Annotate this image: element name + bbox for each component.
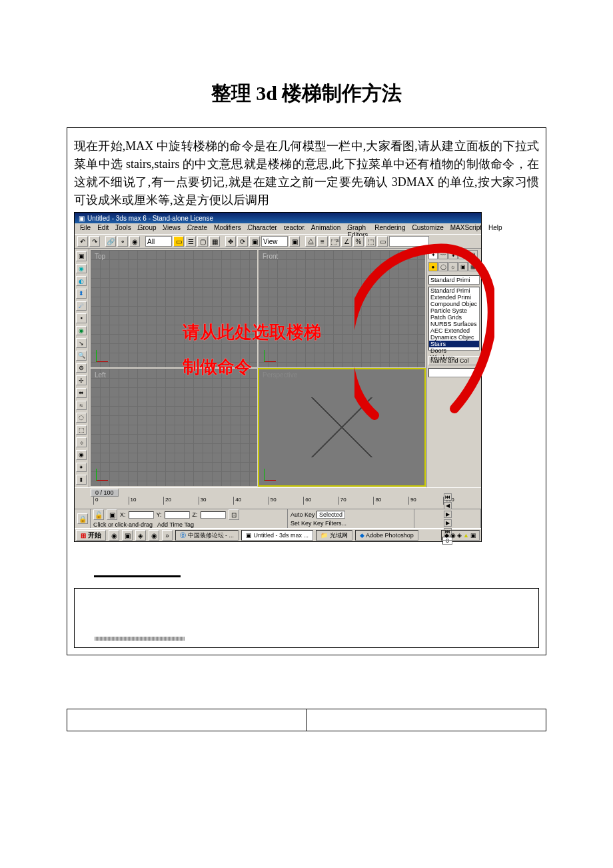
taskbar-task[interactable]: ◆ Adobe Photoshop	[355, 530, 418, 541]
name-rollout-header[interactable]: Name and Col	[428, 356, 480, 365]
reactor-util10-icon[interactable]: ◉	[76, 450, 87, 460]
modify-tab-icon[interactable]: 〰	[438, 250, 448, 259]
menu-customize[interactable]: Customize	[412, 224, 443, 233]
taskbar-task-active[interactable]: ▣ Untitled - 3ds max ...	[241, 530, 313, 541]
display-tab-icon[interactable]: ▤	[468, 250, 478, 259]
lights-subtab-icon[interactable]: ☼	[448, 262, 458, 271]
time-slider-handle[interactable]: 0 / 100	[91, 489, 119, 497]
reactor-create-icon[interactable]: ◉	[76, 326, 87, 336]
menu-help[interactable]: Help	[488, 224, 502, 233]
quicklaunch-icon[interactable]: ▣	[122, 530, 133, 541]
percent-snap-icon[interactable]: %	[353, 236, 364, 247]
list-item[interactable]: Standard Primi	[429, 287, 479, 294]
category-list[interactable]: Standard Primi Extended Primi Compound O…	[428, 287, 480, 351]
select-region-icon[interactable]: ▢	[197, 236, 208, 247]
reactor-preview-icon[interactable]: ▪	[76, 313, 87, 323]
object-name-input[interactable]	[428, 368, 480, 377]
menu-tools[interactable]: Tools	[115, 224, 131, 233]
quicklaunch-icon[interactable]: ◉	[109, 530, 119, 541]
mirror-icon[interactable]: ⧋	[305, 236, 316, 247]
grid-icon[interactable]: ⊡	[229, 509, 239, 520]
reactor-rigid-icon[interactable]: ▣	[76, 251, 87, 261]
keymode-dropdown[interactable]: Selected	[316, 511, 345, 519]
move-icon[interactable]: ✥	[225, 236, 236, 247]
z-input[interactable]	[201, 511, 226, 519]
reactor-soft-icon[interactable]: ◐	[76, 276, 87, 286]
undo-icon[interactable]: ↶	[77, 236, 88, 247]
viewport-top[interactable]: Top	[91, 250, 257, 367]
geometry-subtab-icon[interactable]: ●	[428, 262, 438, 271]
play-icon[interactable]: ▶	[444, 511, 452, 518]
viewport-front[interactable]: Front	[259, 250, 425, 367]
menu-create[interactable]: Create	[187, 224, 207, 233]
quicklaunch-icon[interactable]: »	[162, 530, 173, 541]
keyfilters-button[interactable]: Key Filters...	[313, 520, 346, 527]
reactor-util4-icon[interactable]: ✢	[76, 375, 87, 385]
reactor-util12-icon[interactable]: ⬍	[76, 475, 87, 485]
scale-icon[interactable]: ▣	[249, 236, 260, 247]
list-item[interactable]: Doors	[429, 347, 479, 354]
prev-frame-icon[interactable]: ◀	[444, 502, 452, 509]
tray-icon[interactable]: ◉	[450, 532, 456, 539]
reactor-deform-icon[interactable]: ☄	[76, 301, 87, 311]
start-button[interactable]: ⊞ 开始	[76, 530, 106, 541]
autokey-button[interactable]: Auto Key	[291, 511, 315, 518]
motion-tab-icon[interactable]: ◉	[458, 250, 468, 259]
reactor-util5-icon[interactable]: ⬌	[76, 388, 87, 398]
category-dropdown[interactable]: Standard Primi	[428, 275, 480, 285]
reactor-util8-icon[interactable]: ⬚	[76, 425, 87, 435]
reactor-util9-icon[interactable]: ⟐	[76, 437, 87, 447]
transform-typein-icon[interactable]: ▣	[107, 509, 117, 520]
reactor-util7-icon[interactable]: ◌	[76, 413, 87, 423]
menu-bar[interactable]: File Edit Tools Group Views Create Modif…	[75, 223, 481, 234]
align-icon[interactable]: ≡	[317, 236, 328, 247]
menu-file[interactable]: File	[80, 224, 91, 233]
shapes-subtab-icon[interactable]: ◯	[438, 262, 448, 271]
reactor-util3-icon[interactable]: ⚙	[76, 363, 87, 373]
menu-maxscript[interactable]: MAXScript	[450, 224, 482, 233]
system-tray[interactable]: ◆ ◉ ◈ ▲ ▣	[441, 530, 480, 541]
list-item[interactable]: Particle Syste	[429, 307, 479, 314]
tray-icon[interactable]: ▲	[463, 532, 469, 539]
unlink-icon[interactable]: ⚬	[117, 236, 128, 247]
menu-modifiers[interactable]: Modifiers	[214, 224, 241, 233]
tray-icon[interactable]: ◈	[457, 532, 462, 539]
list-item[interactable]: Compound Objec	[429, 301, 479, 307]
quicklaunch-icon[interactable]: ◈	[135, 530, 146, 541]
menu-reactor[interactable]: reactor	[284, 224, 305, 233]
selection-set-dropdown[interactable]: All	[145, 236, 172, 247]
taskbar-task[interactable]: 📁 光域网	[316, 530, 352, 541]
goto-start-icon[interactable]: ⏮	[444, 493, 452, 501]
named-selset-icon[interactable]: ▭	[377, 236, 388, 247]
taskbar-task[interactable]: ⓔ 中国装修论坛 - ...	[175, 530, 239, 541]
select-icon[interactable]: ▭	[173, 236, 184, 247]
x-input[interactable]	[129, 511, 154, 519]
y-input[interactable]	[165, 511, 190, 519]
menu-edit[interactable]: Edit	[97, 224, 109, 233]
link-icon[interactable]: 🔗	[105, 236, 116, 247]
redo-icon[interactable]: ↷	[89, 236, 100, 247]
list-item[interactable]: NURBS Surfaces	[429, 321, 479, 327]
viewport-left[interactable]: Left	[91, 369, 257, 486]
list-item[interactable]: AEC Extended	[429, 327, 479, 334]
menu-grapheditors[interactable]: Graph Editors	[347, 224, 368, 233]
center-icon[interactable]: ▣	[289, 236, 300, 247]
helpers-subtab-icon[interactable]: ▦	[468, 262, 478, 271]
list-item[interactable]: Patch Grids	[429, 314, 479, 321]
menu-group[interactable]: Group	[138, 224, 157, 233]
hierarchy-tab-icon[interactable]: ⬍	[448, 250, 458, 259]
menu-rendering[interactable]: Rendering	[374, 224, 405, 233]
quicklaunch-icon[interactable]: ◉	[149, 530, 159, 541]
bind-icon[interactable]: ◉	[129, 236, 140, 247]
tray-icon[interactable]: ▣	[470, 532, 476, 539]
next-frame-icon[interactable]: ▶	[444, 519, 452, 527]
create-tab-icon[interactable]: ✦	[428, 250, 438, 259]
list-item-stairs[interactable]: Stairs	[429, 341, 479, 347]
filter-icon[interactable]: ▦	[209, 236, 220, 247]
reactor-util1-icon[interactable]: ↘	[76, 338, 87, 348]
add-time-tag[interactable]: Add Time Tag	[157, 521, 194, 528]
snap-icon[interactable]: ⬚³	[329, 236, 340, 247]
reactor-rope-icon[interactable]: ⬍	[76, 289, 87, 299]
rotate-icon[interactable]: ⟳	[237, 236, 248, 247]
spinner-snap-icon[interactable]: ⬚	[365, 236, 376, 247]
